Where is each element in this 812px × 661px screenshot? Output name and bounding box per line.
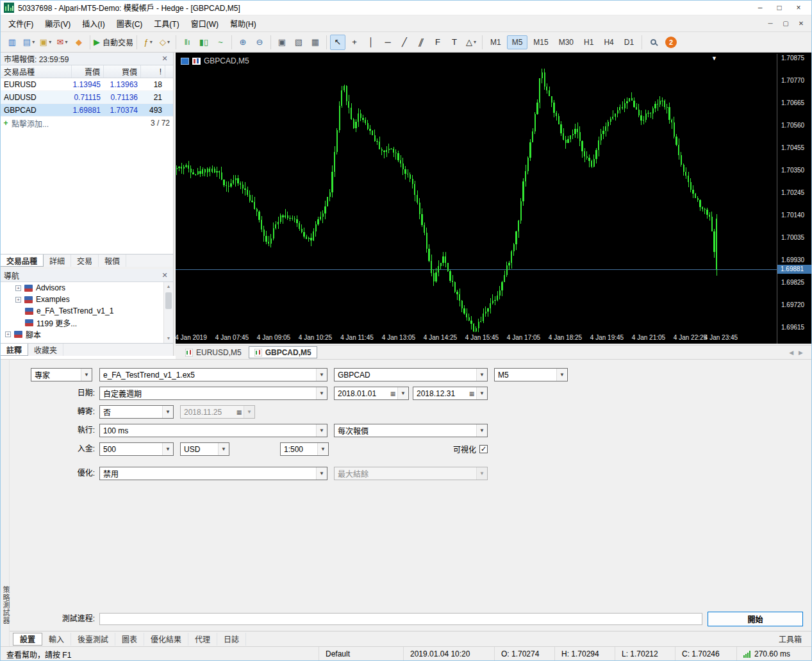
minimize-button[interactable]: – [750,1,770,15]
tab-journal[interactable]: 日誌 [217,633,246,646]
arrange-windows-button[interactable]: ▦ [308,35,323,50]
navigator-scrollbar[interactable]: ▲ ▼ [163,282,173,343]
new-chart-button[interactable]: ▥ [4,35,20,50]
timeframe-h4-button[interactable]: H4 [599,35,618,49]
cursor-button[interactable]: ↖ [330,35,345,50]
tab-optimization-results[interactable]: 優化結果 [144,633,188,646]
chart-minimize-button[interactable]: ─ [763,18,777,29]
delay-dropdown[interactable]: 100 ms▼ [99,424,327,437]
market-watch-add-row[interactable]: + 點擊添加... 3 / 72 [0,117,173,130]
forward-mode-dropdown[interactable]: 否▼ [99,405,174,419]
chart-restore-button[interactable]: ▢ [779,18,793,29]
navigator-item[interactable]: +Examples [0,294,163,305]
tab-common[interactable]: 註釋 [0,344,28,356]
market-watch-row-EURUSD[interactable]: EURUSD1.139451.1396318 [0,78,173,91]
line-chart-button[interactable]: ~ [213,35,228,50]
scroll-up-icon[interactable]: ▲ [164,282,173,291]
expand-icon[interactable]: + [5,331,11,337]
market-watch-close-icon[interactable]: ✕ [160,54,169,63]
expand-icon[interactable]: + [15,297,21,303]
status-profile[interactable]: Default [319,647,403,661]
tab-symbols[interactable]: 交易品種 [0,255,44,267]
navigator-item[interactable]: e_FA_TestTrend_v1_1 [0,305,163,317]
chart-menu-triangle-icon[interactable]: ▼ [711,55,717,62]
menu-view[interactable]: 顯示(V) [39,17,76,31]
menu-charts[interactable]: 圖表(C) [111,17,149,31]
crosshair-button[interactable]: + [347,35,362,50]
visual-mode-checkbox[interactable] [479,445,488,453]
equidistant-channel-button[interactable]: ∥ [413,35,429,50]
symbol-dropdown[interactable]: GBPCAD▼ [334,368,488,381]
menu-window[interactable]: 窗口(W) [185,17,224,31]
candlestick-chart-button[interactable]: ▮▯ [196,35,211,50]
metaeditor-button[interactable]: ◆ [71,35,87,50]
chart-tab-next-icon[interactable]: ▶ [799,349,803,356]
timeframe-m1-button[interactable]: M1 [486,35,506,49]
cascade-windows-button[interactable]: ▧ [291,35,306,50]
tab-settings[interactable]: 設置 [13,633,42,646]
tab-trading[interactable]: 交易 [71,255,99,267]
timeframe-m15-button[interactable]: M15 [529,35,552,49]
expert-mode-dropdown[interactable]: 專家▼ [31,368,92,381]
period-dropdown[interactable]: M5▼ [494,368,568,381]
new-order-button[interactable]: ✉ [54,35,70,50]
zoom-in-button[interactable]: ⊕ [235,35,251,50]
chart-tab-prev-icon[interactable]: ◀ [789,349,793,356]
search-symbol-button[interactable] [645,35,661,50]
shapes-button[interactable]: △ [463,35,479,50]
tab-backtest[interactable]: 後臺測試 [71,633,115,646]
open-data-folder-button[interactable]: ▣ [38,35,53,50]
profiles-button[interactable]: ▤ [21,35,37,50]
horizontal-line-button[interactable]: ─ [380,35,395,50]
tab-chart[interactable]: 圖表 [115,633,144,646]
chart-tab-gbpcad[interactable]: GBPCAD,M5 [249,346,317,358]
column-spread[interactable]: ! [141,65,165,78]
expand-icon[interactable]: + [15,285,21,291]
optimization-dropdown[interactable]: 禁用▼ [99,467,327,480]
date-from-picker[interactable]: 2018.01.01▦▼ [334,387,409,400]
tile-windows-button[interactable]: ▣ [274,35,290,50]
maximize-button[interactable]: □ [770,1,789,15]
menu-tools[interactable]: 工具(T) [148,17,185,31]
zoom-out-button[interactable]: ⊖ [252,35,267,50]
fibonacci-button[interactable]: F [430,35,445,50]
modelling-dropdown[interactable]: 每次報價▼ [334,424,488,437]
timeframe-d1-button[interactable]: D1 [620,35,638,49]
deposit-dropdown[interactable]: 500▼ [99,442,174,456]
bar-chart-button[interactable]: ‖ı [179,35,195,50]
timeframe-h1-button[interactable]: H1 [579,35,598,49]
trendline-button[interactable]: ╱ [397,35,412,50]
start-button[interactable]: 開始 [708,612,803,626]
currency-dropdown[interactable]: USD▼ [180,442,229,456]
objects-button[interactable]: ◇ [157,35,172,50]
text-label-button[interactable]: T [447,35,462,50]
navigator-item[interactable]: +腳本 [0,328,163,340]
column-bid[interactable]: 賣價 [72,65,104,78]
notifications-badge[interactable]: 2 [665,37,677,48]
time-axis[interactable]: 4 Jan 20194 Jan 07:454 Jan 09:054 Jan 10… [176,332,777,344]
navigator-item[interactable]: +Advisors [0,282,163,294]
tester-side-label[interactable]: 策略測試器 [1,586,11,624]
tab-agents[interactable]: 代理 [188,633,217,646]
tab-favorites[interactable]: 收藏夹 [28,344,63,356]
column-ask[interactable]: 買價 [104,65,141,78]
date-to-picker[interactable]: 2018.12.31▦▼ [413,387,488,400]
market-watch-row-AUDUSD[interactable]: AUDUSD0.711150.7113621 [0,91,173,104]
navigator-close-icon[interactable]: ✕ [160,271,169,280]
indicators-button[interactable]: ƒ [140,35,156,50]
close-button[interactable]: × [789,1,808,15]
tab-inputs[interactable]: 輸入 [42,633,71,646]
algo-trading-button[interactable]: ▶自動交易 [94,35,133,50]
status-connection[interactable]: 270.60 ms [736,647,812,661]
leverage-dropdown[interactable]: 1:500▼ [280,442,329,456]
vertical-line-button[interactable]: │ [363,35,379,50]
chart-area[interactable]: GBPCAD,M5 ▼ 1.708751.707701.706651.70560… [176,53,812,344]
scrollbar-thumb[interactable] [165,292,172,309]
date-mode-dropdown[interactable]: 自定義週期▼ [99,387,327,400]
tab-details[interactable]: 詳細 [44,255,71,267]
market-watch-row-GBPCAD[interactable]: GBPCAD1.698811.70374493 [0,104,173,117]
chart-close-button[interactable]: ✕ [794,18,808,29]
price-scale[interactable]: 1.708751.707701.706651.705601.704551.703… [777,54,812,344]
menu-help[interactable]: 幫助(H) [224,17,262,31]
expert-file-dropdown[interactable]: e_FA_TestTrend_v1_1.ex5▼ [99,368,327,381]
